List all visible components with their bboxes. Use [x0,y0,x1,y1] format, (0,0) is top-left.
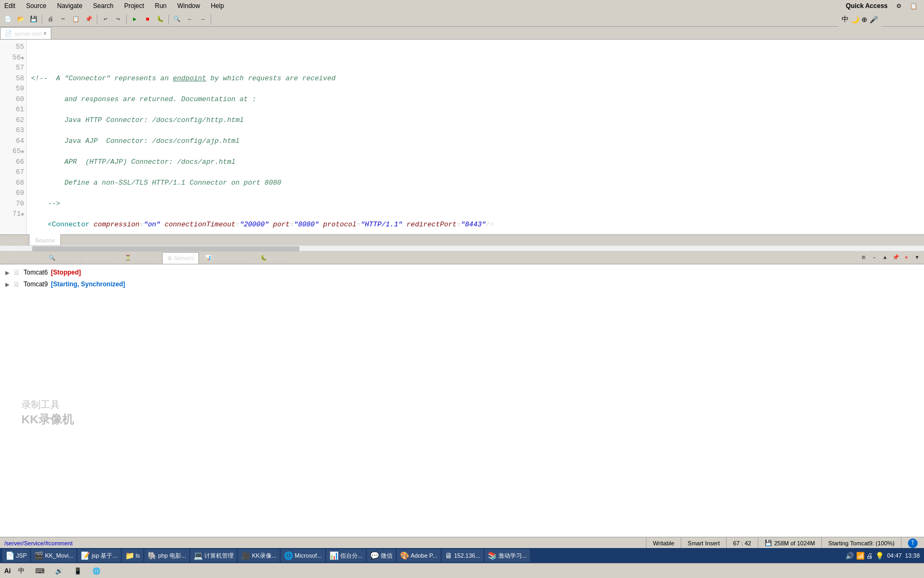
panel-btn-minimize[interactable]: – [869,253,879,262]
panel-tab-problems[interactable]: ⚠ Problems [2,252,43,264]
task-label-study: 激动学习... [498,552,527,560]
menu-item-window[interactable]: Window [175,1,203,11]
toolbar-btn-copy[interactable]: 📋 [70,13,82,25]
lower-panel: ⚠ Problems 🔍 Search ▶ Console ⏳ Progress… [0,252,924,537]
ai-label: Ai [4,567,11,575]
toolbar-btn-cut[interactable]: ✂ [57,13,69,25]
tab-close-btn[interactable]: × [43,31,47,36]
panel-tab-debug-label: Debug [268,255,286,261]
task-icon-jsp: 📄 [5,551,14,560]
menu-item-edit[interactable]: Edit [2,1,18,11]
debug-icon: 🐛 [260,255,267,261]
task-icon-kk-movies: 🎬 [34,551,43,560]
task-label-kk-recorder: KK录像... [252,552,276,560]
toolbar-sep-3 [126,14,127,24]
tab-source[interactable]: Source [29,234,60,246]
progress-icon: ⏳ [125,255,131,261]
taskbar-btn-wechat[interactable]: 💬 微信 [367,549,396,562]
toolbar-btn-save[interactable]: 💾 [28,13,40,25]
menu-item-source[interactable]: Source [24,1,49,11]
task-label-ls: ls [136,552,140,559]
menu-item-navigate[interactable]: Navigate [55,1,84,11]
menu-item-help[interactable]: Help [209,1,226,11]
console-icon: ▶ [86,255,90,261]
taskbar-btn-jsp[interactable]: 📄 JSP [2,549,30,562]
status-avatar: T [901,537,924,549]
panel-btn-close-panel[interactable]: ✕ [902,253,911,262]
call-hierarchy-icon: 📊 [205,255,211,261]
tab-design[interactable]: Design [0,234,29,246]
taskbar-btn-php[interactable]: 🐘 php 电影... [144,549,190,562]
code-content[interactable]: <!-- A "Connector" represents an endpoin… [27,40,924,234]
menu-item-search[interactable]: Search [91,1,116,11]
quick-access-icon[interactable]: ⚙ [894,2,904,11]
panel-btn-maximize[interactable]: ▲ [880,253,890,262]
ime-zh: 中 [842,14,849,24]
code-area[interactable]: 55 56◆ 57 58 59 60 61 62 63 64 65◆ 66 67… [0,40,924,234]
toolbar-btn-run[interactable]: ▶ [129,13,141,25]
panel-tab-call-hierarchy[interactable]: 📊 Call Hierarchy [200,252,255,264]
taskbar-btn-adobe[interactable]: 🎨 Adobe P... [397,549,441,562]
memory-icon: 💾 [765,539,772,546]
server-item-tomcat6[interactable]: ▶ 🖥 Tomcat6 [Stopped] [2,267,922,278]
task-icon-ip: 🖥 [445,551,452,560]
toolbar-btn-nav-back[interactable]: ← [184,13,196,25]
lang-sound[interactable]: 🔊 [52,566,66,576]
task-icon-wechat: 💬 [370,551,379,560]
taskbar-btn-kk-recorder[interactable]: 🎥 KK录像... [238,549,280,562]
taskbar-btn-kk-movies[interactable]: 🎬 KK_Movi... [31,549,76,562]
code-line-63: <Connector compression="on" connectionTi… [31,219,920,230]
lang-zh[interactable]: 中 [15,565,28,576]
toolbar-btn-paste[interactable]: 📌 [83,13,95,25]
toolbar-btn-debug[interactable]: 🐛 [155,13,166,25]
editor-tab-server-xml[interactable]: 📄 server.xml × [0,27,51,39]
toolbar-btn-open[interactable]: 📂 [15,13,27,25]
toolbar-sep-5 [211,14,211,24]
panel-tab-console[interactable]: ▶ Console [81,252,118,264]
taskbar-btn-jsp-base[interactable]: 📝 jsp 基于... [78,549,120,562]
lang-globe[interactable]: 🌐 [89,566,104,576]
status-memory: 💾 258M of 1024M [758,537,821,549]
toolbar-btn-redo[interactable]: ↪ [112,13,124,25]
panel-btn-pin[interactable]: 📌 [891,253,900,262]
server-item-tomcat9[interactable]: ▶ 🖥 Tomcat9 [Starting, Synchronized] [2,278,922,290]
taskbar-btn-computer-mgmt[interactable]: 💻 计算机管理 [190,549,237,562]
toolbar-btn-stop[interactable]: ■ [142,13,153,25]
toolbar-btn-nav-fwd[interactable]: → [197,13,209,25]
task-icon-study: 📚 [488,551,497,560]
server-name-tomcat6: Tomcat6 [24,269,48,276]
toolbar-btn-undo[interactable]: ↩ [99,13,111,25]
taskbar-btn-ip[interactable]: 🖥 152.136... [442,549,483,562]
horizontal-scrollbar[interactable] [0,245,924,252]
code-line-58: Java HTTP Connector: /docs/config/http.h… [31,115,920,126]
taskbar-btn-microsoft[interactable]: 🌐 Microsof... [281,549,325,562]
toolbar-btn-new[interactable]: 📄 [2,13,14,25]
lang-keyboard[interactable]: ⌨ [32,566,48,576]
panel-tab-debug[interactable]: 🐛 Debug [256,252,290,264]
toolbar-btn-search[interactable]: 🔍 [171,13,183,25]
panel-btn-new-window[interactable]: ⊞ [859,253,868,262]
taskbar-btn-study[interactable]: 📚 激动学习... [484,549,530,562]
toolbar-sep-1 [42,14,42,24]
taskbar-btn-baitai[interactable]: 📊 佰台分... [326,549,366,562]
menu-item-run[interactable]: Run [152,1,168,11]
editor-container: 📄 server.xml × 55 56◆ 57 58 59 60 61 62 … [0,27,924,246]
panel-tab-servers[interactable]: 🖥 Servers [162,252,199,264]
search-icon: 🔍 [49,255,55,261]
panel-btn-dropdown[interactable]: ▼ [912,253,922,262]
taskbar-btn-ls[interactable]: 📁 ls [122,549,143,562]
status-path: /server/Service/#comment [0,540,646,546]
quick-access-icon2[interactable]: 📋 [908,2,920,11]
scroll-thumb[interactable] [32,246,299,252]
expand-arrow-tomcat9[interactable]: ▶ [5,282,10,287]
menu-bar: Edit Source Navigate Search Project Run … [0,0,924,12]
lang-mobile[interactable]: 📱 [71,566,85,576]
toolbar-btn-print[interactable]: 🖨 [44,13,56,25]
code-line-62: --> [31,199,920,209]
panel-tab-search[interactable]: 🔍 Search [44,252,80,264]
panel-tab-progress[interactable]: ⏳ Progress [120,252,161,264]
expand-arrow-tomcat6[interactable]: ▶ [5,270,10,276]
ime-mic: 🎤 [869,16,878,24]
menu-item-project[interactable]: Project [122,1,146,11]
code-line-60: APR (HTTP/AJP) Connector: /docs/apr.html [31,157,920,168]
